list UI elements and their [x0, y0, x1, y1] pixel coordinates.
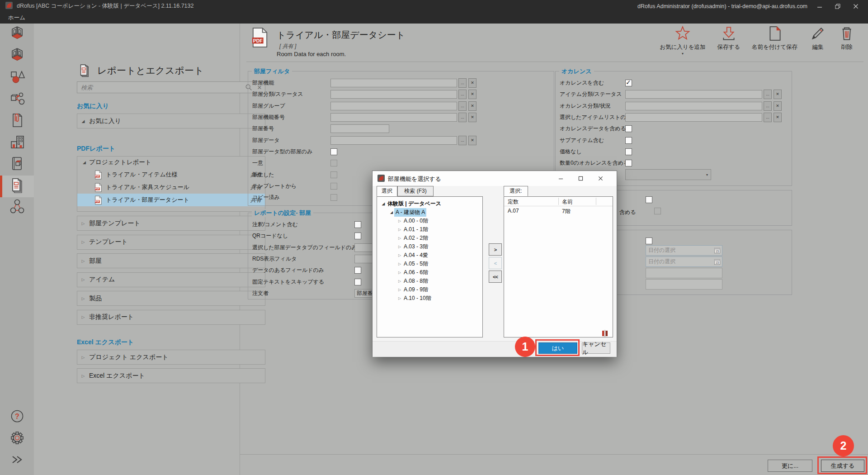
- tree-item[interactable]: ▷A.00 - 0階: [377, 217, 482, 225]
- save-button[interactable]: 保存する: [717, 25, 741, 55]
- collapsed-arrow-icon[interactable]: ▷: [397, 219, 402, 223]
- tree-item[interactable]: ▷A.04 - 4愛: [377, 251, 482, 260]
- tree-item[interactable]: ◢A - 建築物 A: [377, 208, 482, 217]
- checkbox[interactable]: [646, 238, 652, 244]
- field-input[interactable]: [625, 90, 762, 99]
- group-5[interactable]: ▷製品: [77, 291, 265, 306]
- tree-item[interactable]: ▷A.05 - 5階: [377, 260, 482, 268]
- collapsed-arrow-icon[interactable]: ▷: [397, 253, 402, 257]
- collapsed-arrow-icon[interactable]: ▷: [397, 296, 402, 300]
- clear-field-button[interactable]: ✕: [774, 113, 782, 122]
- collapsed-arrow-icon[interactable]: ▷: [397, 262, 402, 266]
- cancel-button[interactable]: キャンセル: [582, 342, 610, 354]
- report-item[interactable]: PDFトライアル・家具スケジュール共有: [77, 181, 265, 194]
- collapsed-arrow-icon[interactable]: ▷: [397, 236, 402, 240]
- search-input[interactable]: [77, 84, 243, 91]
- favorite-star-button[interactable]: お気に入りを追加▾: [660, 25, 705, 55]
- group-favorites[interactable]: ◢ お気に入り: [77, 114, 265, 128]
- group-4[interactable]: ▷アイテム: [77, 272, 265, 287]
- tab-select[interactable]: 選択: [377, 186, 397, 196]
- collapsed-arrow-icon[interactable]: ▷: [397, 245, 402, 249]
- sidebar-item-buildings[interactable]: [0, 132, 34, 154]
- tree-item[interactable]: ▷A.10 - 10階: [377, 294, 482, 303]
- lookup-more-button[interactable]: ...: [764, 90, 772, 99]
- sidebar-item-items[interactable]: [0, 89, 34, 110]
- sidebar-item-reports[interactable]: [0, 176, 34, 197]
- checkbox[interactable]: [625, 80, 632, 86]
- move-right-button[interactable]: >: [489, 243, 502, 256]
- checkbox[interactable]: [646, 196, 652, 203]
- tree-item[interactable]: ▷A.06 - 6階: [377, 268, 482, 277]
- field-input[interactable]: [330, 90, 457, 99]
- checkbox[interactable]: [354, 233, 361, 239]
- field-input[interactable]: [330, 113, 457, 122]
- dialog-maximize-button[interactable]: [575, 174, 586, 183]
- group-project-reports[interactable]: ◢ プロジェクトレポート: [77, 157, 265, 168]
- group-2[interactable]: ▷テンプレート: [77, 235, 265, 250]
- group-3[interactable]: ▷部屋: [77, 253, 265, 268]
- more-button[interactable]: 更に...: [768, 460, 812, 472]
- lookup-more-button[interactable]: ...: [458, 136, 467, 145]
- close-button[interactable]: [850, 2, 862, 11]
- date-picker[interactable]: 日付の選択 15: [646, 256, 722, 267]
- restore-button[interactable]: [832, 2, 844, 11]
- tree-item[interactable]: ▷A.09 - 9階: [377, 285, 482, 294]
- clear-field-button[interactable]: ✕: [468, 101, 476, 111]
- minimize-button[interactable]: [814, 2, 826, 11]
- sidebar-item-relations[interactable]: [0, 197, 34, 219]
- checkbox[interactable]: [625, 160, 632, 166]
- clear-field-button[interactable]: ✕: [774, 101, 782, 111]
- checkbox[interactable]: [625, 125, 632, 132]
- group-1[interactable]: ▷部屋テンプレート: [77, 216, 265, 231]
- dialog-minimize-button[interactable]: [555, 174, 566, 183]
- group-6[interactable]: ▷非推奨レポート: [77, 310, 265, 325]
- checkbox[interactable]: [354, 279, 361, 285]
- move-all-left-button[interactable]: <<: [489, 271, 502, 283]
- checkbox[interactable]: [330, 148, 337, 155]
- dropdown-select[interactable]: ▾: [625, 169, 711, 180]
- clear-field-button[interactable]: ✕: [774, 90, 782, 99]
- tree-item[interactable]: ▷A.01 - 1階: [377, 225, 482, 234]
- field-input[interactable]: [330, 79, 457, 87]
- lookup-more-button[interactable]: ...: [458, 90, 467, 99]
- text-field[interactable]: [646, 279, 722, 290]
- field-input[interactable]: [330, 102, 457, 110]
- tree-item[interactable]: ▷A.02 - 2階: [377, 234, 482, 242]
- collapsed-arrow-icon[interactable]: ▷: [397, 288, 402, 292]
- expanded-arrow-icon[interactable]: ◢: [381, 202, 386, 206]
- excel-group-2[interactable]: ▷Excel エクスポート: [77, 368, 265, 383]
- report-item[interactable]: PDFトライアル・部屋データシート共有: [77, 194, 265, 206]
- text-field[interactable]: [646, 268, 722, 278]
- checkbox[interactable]: [354, 267, 361, 274]
- sidebar-item-rooms[interactable]: [0, 24, 34, 45]
- clear-field-button[interactable]: ✕: [468, 78, 476, 88]
- clear-field-button[interactable]: ✕: [468, 136, 476, 145]
- field-input[interactable]: [330, 124, 389, 133]
- delete-trash-button[interactable]: 削除: [838, 25, 855, 55]
- tree-item[interactable]: ▷A.08 - 8階: [377, 277, 482, 285]
- collapsed-arrow-icon[interactable]: ▷: [397, 228, 402, 232]
- clear-field-button[interactable]: ✕: [468, 90, 476, 99]
- lookup-more-button[interactable]: ...: [764, 113, 772, 122]
- edit-pencil-button[interactable]: 編集: [809, 25, 826, 55]
- lookup-more-button[interactable]: ...: [458, 101, 467, 111]
- yes-button[interactable]: はい: [538, 342, 577, 354]
- collapsed-arrow-icon[interactable]: ▷: [397, 271, 402, 275]
- generate-button[interactable]: 生成する: [821, 460, 864, 472]
- tab-selected[interactable]: 選択:: [504, 186, 528, 196]
- tree-item[interactable]: ▷A.03 - 3階: [377, 242, 482, 251]
- sidebar-item-functions[interactable]: [0, 67, 34, 89]
- tab-search[interactable]: 検索 (F3): [397, 186, 434, 196]
- excel-group-1[interactable]: ▷プロジェクト エクスポート: [77, 350, 265, 365]
- report-item[interactable]: PDFトライアル・アイテム仕様共有: [77, 168, 265, 181]
- tree-item[interactable]: ◢体験版 | データベース: [377, 200, 482, 208]
- sidebar-item-room-list[interactable]: [0, 45, 34, 67]
- checkbox[interactable]: [354, 221, 361, 228]
- checkbox[interactable]: [625, 148, 632, 155]
- sidebar-footer-help[interactable]: ?: [0, 406, 34, 428]
- lookup-more-button[interactable]: ...: [764, 101, 772, 111]
- menu-home[interactable]: ホーム: [8, 14, 25, 22]
- sidebar-footer-settings[interactable]: [0, 428, 34, 450]
- lookup-more-button[interactable]: ...: [458, 113, 467, 122]
- lookup-more-button[interactable]: ...: [458, 78, 467, 88]
